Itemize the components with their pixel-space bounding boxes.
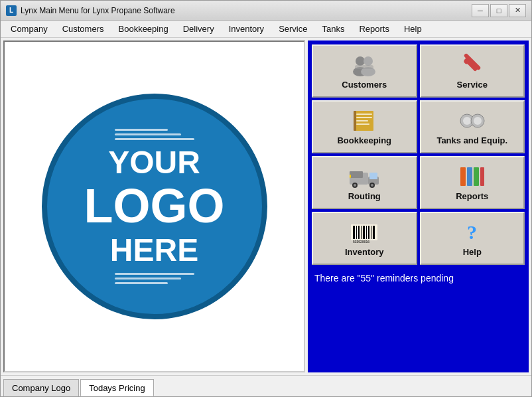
menu-reports[interactable]: Reports [352, 21, 397, 37]
svg-rect-37 [366, 226, 367, 239]
logo-text: YOUR LOGO HERE [84, 145, 225, 268]
svg-rect-33 [356, 226, 357, 239]
maximize-button[interactable]: □ [490, 4, 507, 17]
title-bar: L Lynx Main Menu for Lynx Propane Softwa… [1, 1, 531, 21]
btn-service[interactable]: Service [420, 44, 525, 98]
button-grid: Customers Service [312, 44, 525, 265]
svg-point-0 [356, 56, 365, 66]
svg-rect-39 [371, 226, 371, 239]
routing-icon [348, 165, 380, 189]
svg-rect-29 [474, 167, 479, 186]
logo-panel: YOUR LOGO HERE [3, 40, 305, 372]
svg-rect-26 [350, 175, 351, 178]
customers-label: Customers [342, 80, 387, 90]
svg-rect-36 [363, 226, 365, 239]
svg-rect-30 [480, 167, 484, 186]
service-icon [456, 53, 488, 77]
tab-todays-pricing[interactable]: Todays Pricing [80, 379, 154, 396]
bookkeeping-label: Bookkeeping [337, 135, 391, 145]
svg-rect-10 [356, 117, 372, 118]
menu-bar: CompanyCustomersBookkeepingDeliveryInven… [1, 21, 531, 38]
customers-icon [348, 53, 380, 77]
svg-point-1 [364, 56, 373, 66]
help-label: Help [463, 247, 482, 257]
menu-delivery[interactable]: Delivery [176, 21, 222, 37]
btn-routing[interactable]: Routing [312, 156, 417, 209]
window-controls: ─ □ ✕ [472, 4, 526, 17]
reports-icon [456, 165, 488, 189]
close-button[interactable]: ✕ [509, 4, 526, 17]
svg-rect-40 [373, 226, 375, 239]
bottom-tabs: Company Logo Todays Pricing [1, 375, 531, 396]
btn-bookkeeping[interactable]: Bookkeeping [312, 100, 417, 153]
service-label: Service [457, 80, 488, 90]
help-icon: ? [456, 220, 488, 244]
svg-point-25 [371, 184, 373, 187]
window-title: Lynx Main Menu for Lynx Propane Software [21, 6, 472, 15]
routing-label: Routing [348, 191, 381, 201]
menu-tanks[interactable]: Tanks [314, 21, 352, 37]
svg-rect-12 [356, 123, 369, 125]
main-window: L Lynx Main Menu for Lynx Propane Softwa… [0, 0, 532, 397]
svg-text:533928016: 533928016 [353, 240, 369, 244]
svg-point-15 [463, 117, 471, 125]
btn-tanks[interactable]: Tanks and Equip. [420, 100, 525, 153]
logo-circle: YOUR LOGO HERE [42, 94, 267, 319]
tanks-icon [456, 109, 488, 133]
inventory-label: Inventory [345, 247, 384, 257]
svg-rect-27 [460, 167, 466, 186]
svg-rect-28 [467, 167, 472, 186]
menu-customers[interactable]: Customers [55, 21, 111, 37]
svg-rect-32 [353, 226, 355, 239]
tab-company-logo[interactable]: Company Logo [3, 379, 79, 396]
reports-label: Reports [456, 191, 488, 201]
svg-rect-38 [368, 226, 369, 239]
menu-inventory[interactable]: Inventory [222, 21, 271, 37]
svg-rect-4 [355, 65, 373, 69]
svg-rect-9 [356, 114, 372, 115]
svg-rect-11 [356, 120, 368, 121]
main-content: YOUR LOGO HERE [1, 38, 531, 375]
app-icon: L [6, 5, 17, 16]
btn-reports[interactable]: Reports [420, 156, 525, 209]
menu-company[interactable]: Company [3, 21, 55, 37]
logo-lines-bottom [115, 273, 194, 284]
tanks-label: Tanks and Equip. [436, 135, 507, 145]
svg-rect-35 [361, 226, 362, 239]
btn-help[interactable]: ? Help [420, 212, 525, 265]
svg-point-23 [354, 184, 356, 187]
right-panel: Customers Service [308, 40, 529, 372]
bookkeeping-icon [348, 109, 380, 133]
menu-help[interactable]: Help [397, 21, 429, 37]
svg-rect-13 [354, 111, 356, 131]
menu-bookkeeping[interactable]: Bookkeeping [111, 21, 176, 37]
btn-customers[interactable]: Customers [312, 44, 417, 98]
status-message: There are "55" reminders pending [312, 268, 525, 286]
svg-text:?: ? [467, 221, 477, 243]
svg-rect-21 [369, 173, 377, 179]
btn-inventory[interactable]: 533928016 Inventory [312, 212, 417, 265]
svg-rect-19 [350, 171, 363, 178]
svg-rect-34 [358, 226, 360, 239]
minimize-button[interactable]: ─ [472, 4, 489, 17]
svg-point-17 [474, 117, 482, 125]
logo-lines-top [115, 129, 194, 140]
inventory-icon: 533928016 [348, 220, 380, 244]
menu-service[interactable]: Service [271, 21, 314, 37]
